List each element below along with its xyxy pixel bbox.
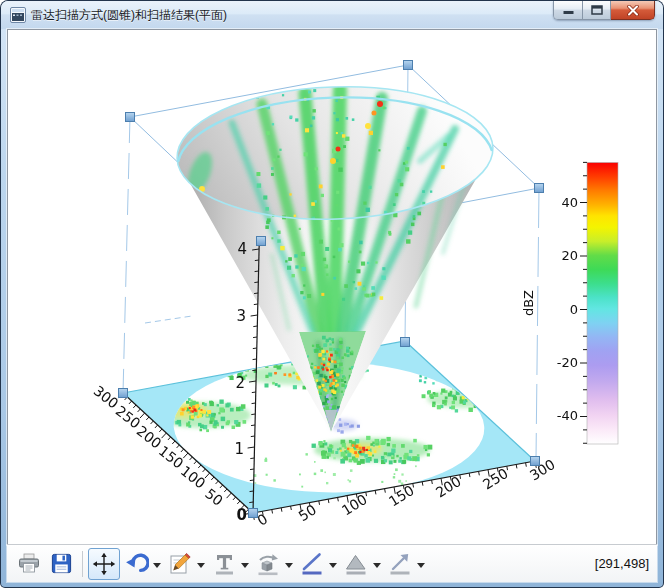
colorbar-tick-labels: 40 20 0 -20 -40 — [557, 195, 578, 423]
colorbar-ticks — [580, 162, 587, 443]
triangle-shape-icon — [344, 551, 368, 576]
app-window: 雷达扫描方式(圆锥)和扫描结果(平面) — [0, 0, 664, 588]
shape-dropdown-caret[interactable] — [373, 563, 381, 568]
edit-dropdown-caret[interactable] — [197, 563, 205, 568]
handle[interactable] — [535, 184, 544, 193]
y-tick-label: 50 — [202, 485, 226, 509]
rotate-3d-button[interactable] — [252, 548, 284, 580]
print-button[interactable] — [13, 548, 45, 580]
line-dropdown-caret[interactable] — [329, 563, 337, 568]
handle[interactable] — [126, 113, 135, 122]
window-icon — [10, 7, 26, 23]
text-dropdown-caret[interactable] — [241, 563, 249, 568]
rotate-3d-icon — [256, 551, 280, 576]
colorbar-tick-label: -20 — [557, 355, 578, 370]
cursor-coordinates: [291,498] — [595, 556, 651, 571]
plot-canvas[interactable]: 0 50 100 150 200 250 300 300 250 200 150… — [8, 30, 656, 544]
save-icon — [50, 552, 73, 575]
colorbar-tick-label: 40 — [561, 195, 578, 210]
window-title: 雷达扫描方式(圆锥)和扫描结果(平面) — [31, 7, 227, 24]
z-tick-label: 3 — [236, 307, 246, 325]
pan-button[interactable] — [88, 548, 120, 580]
handle[interactable] — [257, 237, 266, 246]
close-button[interactable] — [611, 1, 655, 20]
handle[interactable] — [119, 389, 128, 398]
title-bar[interactable]: 雷达扫描方式(圆锥)和扫描结果(平面) — [1, 1, 663, 29]
z-tick-label: 2 — [235, 374, 245, 392]
minimize-icon — [563, 5, 574, 15]
line-annotation-button[interactable] — [296, 548, 328, 580]
colorbar-axis-label: dBZ — [521, 290, 536, 316]
colorbar-tick-label: 0 — [570, 302, 578, 317]
colorbar-tick-label: -40 — [557, 408, 578, 423]
figure-toolbar: [291,498] — [7, 545, 657, 582]
text-annotation-button[interactable] — [208, 548, 240, 580]
pencil-edit-icon — [168, 552, 192, 576]
close-icon — [627, 5, 639, 16]
colorbar-tick-label: 20 — [561, 248, 578, 263]
z-tick-label: 1 — [234, 440, 244, 458]
maximize-button[interactable] — [582, 1, 611, 20]
arrow-tool-icon — [388, 551, 412, 576]
arrow-annotation-button[interactable] — [384, 548, 416, 580]
origin-label: 0 — [237, 506, 247, 524]
text-tool-icon — [213, 552, 236, 576]
handle[interactable] — [249, 509, 258, 518]
print-icon — [17, 552, 41, 576]
handle[interactable] — [531, 457, 540, 466]
edit-annotation-button[interactable] — [164, 548, 196, 580]
y-tick-label: 300 — [91, 383, 122, 412]
colorbar: 40 20 0 -20 -40 dBZ — [521, 162, 618, 444]
handle[interactable] — [401, 338, 410, 347]
undo-icon — [124, 552, 149, 576]
window-frame: 雷达扫描方式(圆锥)和扫描结果(平面) — [1, 1, 663, 587]
shape-annotation-button[interactable] — [340, 548, 372, 580]
window-controls — [553, 1, 655, 20]
rotate-dropdown-caret[interactable] — [285, 563, 293, 568]
toolbar-separator — [82, 551, 83, 577]
z-tick-label: 4 — [237, 240, 247, 258]
maximize-icon — [591, 5, 603, 15]
line-tool-icon — [300, 551, 324, 576]
figure-canvas-panel: 0 50 100 150 200 250 300 300 250 200 150… — [7, 29, 657, 545]
arrow-dropdown-caret[interactable] — [417, 563, 425, 568]
handle[interactable] — [404, 61, 413, 70]
minimize-button[interactable] — [553, 1, 582, 20]
pan-arrows-icon — [92, 552, 116, 576]
save-button[interactable] — [45, 548, 77, 580]
undo-dropdown-caret[interactable] — [153, 563, 161, 568]
undo-button[interactable] — [120, 548, 152, 580]
